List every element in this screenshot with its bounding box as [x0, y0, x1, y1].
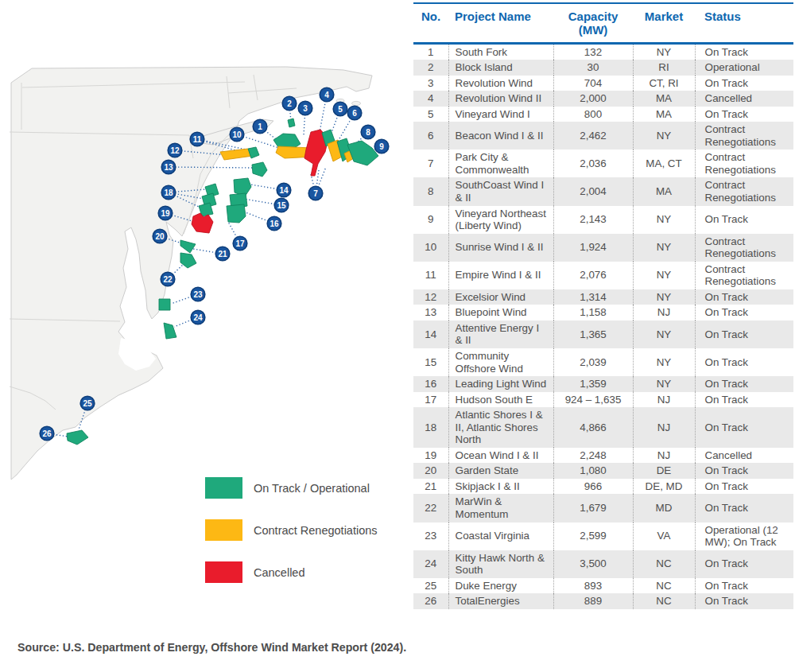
cell-status: Cancelled	[695, 448, 793, 464]
cell-no: 12	[413, 289, 448, 305]
cell-no: 1	[413, 43, 448, 60]
wind-farm-block-island	[288, 118, 295, 127]
cell-no: 13	[413, 305, 448, 320]
map-marker-7: 7	[308, 186, 323, 200]
cell-market: NY	[633, 262, 695, 289]
wind-farm-empire-wind	[220, 149, 253, 160]
cell-no: 23	[413, 522, 448, 550]
cell-status: On Track	[695, 348, 793, 376]
map-marker-23: 23	[191, 287, 205, 301]
cell-capacity: 1,924	[553, 234, 633, 262]
map-marker-12: 12	[168, 143, 182, 157]
cell-project: Revolution Wind II	[448, 91, 553, 107]
cell-no: 26	[413, 593, 448, 609]
map-marker-17: 17	[233, 236, 247, 251]
marker-number: 19	[161, 209, 170, 218]
cell-no: 24	[413, 550, 448, 578]
cell-project: Beacon Wind I & II	[448, 122, 553, 150]
table-body: 1South Fork132NYOn Track2Block Island30R…	[413, 43, 793, 609]
cell-capacity: 2,462	[553, 122, 633, 150]
table-row: 25Duke Energy893NCOn Track	[413, 578, 793, 594]
cell-status: Contract Renegotiations	[695, 234, 793, 262]
map-marker-2: 2	[282, 96, 297, 111]
marker-number: 23	[193, 290, 203, 299]
cell-capacity: 2,036	[553, 150, 633, 177]
table-row: 5Vineyard Wind I800MAOn Track	[413, 107, 793, 122]
marker-number: 17	[235, 239, 245, 248]
legend-swatch-renegotiation	[205, 519, 242, 541]
map-marker-5: 5	[333, 102, 347, 116]
cell-capacity: 1,679	[553, 494, 633, 522]
marker-number: 4	[324, 91, 329, 99]
marker-number: 7	[313, 189, 318, 198]
marker-number: 25	[83, 399, 92, 408]
cell-status: On Track	[695, 550, 793, 578]
cell-market: RI	[633, 60, 695, 76]
table-row: 16Leading Light Wind1,359NYOn Track	[413, 376, 793, 392]
map-marker-21: 21	[215, 247, 230, 261]
cell-project: Ocean Wind I & II	[448, 448, 553, 464]
cell-project: Attentive Energy I & II	[448, 320, 553, 348]
cell-market: NJ	[633, 305, 695, 320]
cell-project: Hudson South E	[448, 392, 553, 408]
map-marker-11: 11	[190, 132, 204, 146]
source-note: Source: U.S. Department of Energy, Offsh…	[17, 641, 412, 654]
map-marker-18: 18	[161, 185, 176, 200]
cell-no: 5	[413, 107, 448, 122]
cell-status: On Track	[695, 578, 793, 594]
cell-no: 6	[413, 122, 448, 150]
table-row: 18Atlantic Shores I & II, Atlantic Shore…	[413, 407, 793, 448]
table-row: 23Coastal Virginia2,599VAOperational (12…	[413, 522, 793, 550]
wind-farm-southcoast-vineyard	[347, 141, 378, 165]
cell-status: Operational	[695, 60, 793, 76]
table-row: 8SouthCoast Wind I & II2,004MAContract R…	[413, 177, 793, 205]
cell-capacity: 893	[553, 578, 633, 594]
cell-status: On Track	[695, 76, 793, 91]
cell-no: 22	[413, 494, 448, 522]
cell-capacity: 889	[553, 593, 633, 609]
wind-farm-duke-totalenergies	[67, 430, 88, 445]
cell-capacity: 1,359	[553, 376, 633, 392]
cell-capacity: 1,080	[553, 463, 633, 479]
cell-no: 25	[413, 578, 448, 594]
map-panel: 1234567891011121314151617181920212223242…	[0, 0, 413, 672]
cell-capacity: 30	[553, 60, 633, 76]
cell-capacity: 2,076	[553, 262, 633, 289]
column-header-project: Project Name	[448, 3, 553, 43]
cell-market: NC	[633, 550, 695, 578]
cell-project: Excelsior Wind	[448, 289, 553, 305]
cell-capacity: 2,248	[553, 448, 633, 464]
marker-number: 6	[352, 109, 357, 118]
map-marker-19: 19	[158, 206, 173, 220]
cell-market: CT, RI	[633, 76, 695, 91]
marker-number: 15	[277, 201, 286, 210]
legend: On Track / OperationalContract Renegotia…	[205, 477, 378, 604]
table-row: 14Attentive Energy I & II1,365NYOn Track	[413, 320, 793, 348]
cell-market: VA	[633, 522, 695, 550]
cell-project: Atlantic Shores I & II, Atlantic Shores …	[448, 407, 553, 448]
cell-market: NY	[633, 320, 695, 348]
cell-project: SouthCoast Wind I & II	[448, 177, 553, 205]
marker-number: 1	[258, 122, 262, 131]
cell-capacity: 3,500	[553, 550, 633, 578]
projects-table: No. Project Name Capacity (MW) Market St…	[413, 2, 793, 609]
map-marker-8: 8	[361, 125, 375, 139]
table-row: 13Bluepoint Wind1,158NJOn Track	[413, 305, 793, 320]
cell-capacity: 966	[553, 479, 633, 495]
cell-status: On Track	[695, 376, 793, 392]
column-header-market: Market	[633, 3, 695, 43]
island-nantucket	[352, 101, 361, 105]
cell-no: 4	[413, 91, 448, 107]
cell-no: 10	[413, 234, 448, 262]
marker-number: 10	[232, 130, 242, 139]
cell-market: DE, MD	[633, 479, 695, 495]
cell-no: 8	[413, 177, 448, 205]
cell-project: South Fork	[448, 43, 553, 60]
wind-farm-coastal-virginia	[159, 299, 170, 310]
cell-market: MD	[633, 494, 695, 522]
table-row: 21Skipjack I & II966DE, MDOn Track	[413, 479, 793, 495]
marker-number: 11	[193, 135, 202, 144]
map-marker-13: 13	[161, 160, 176, 174]
map-marker-16: 16	[267, 216, 281, 231]
table-row: 12Excelsior Wind1,314NYOn Track	[413, 289, 793, 305]
